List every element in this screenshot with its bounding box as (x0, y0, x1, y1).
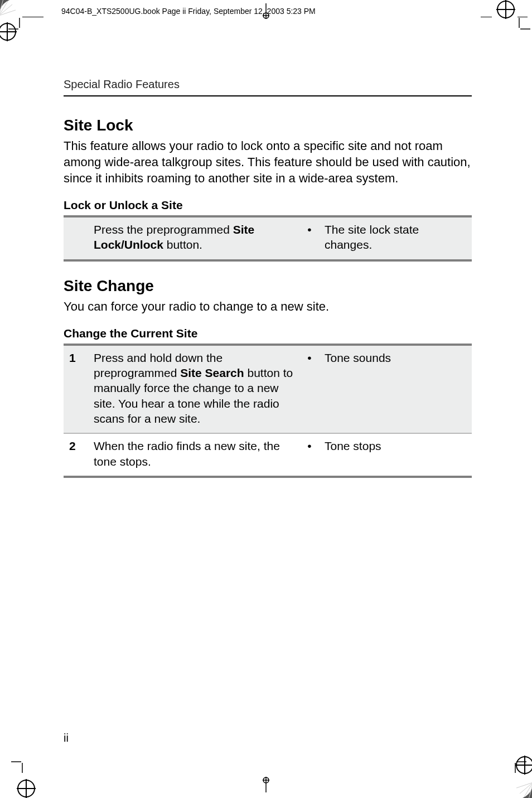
ornament-line-icon (518, 17, 528, 17)
section-body-site-lock: This feature allows your radio to lock o… (64, 138, 472, 186)
page-number: ii (64, 732, 69, 744)
step-number: 2 (64, 433, 90, 477)
step-number (64, 217, 90, 260)
crop-mark-icon (8, 18, 24, 33)
crop-mark-icon (11, 757, 27, 773)
page: 94C04-B_XTS2500UG.book Page ii Friday, S… (0, 0, 532, 798)
crop-mark-icon (255, 777, 277, 795)
procedure-table-change: 1 Press and hold down the preprogrammed … (64, 346, 472, 478)
text-bold: Site Search (180, 366, 244, 379)
section-body-site-change: You can force your radio to change to a … (64, 298, 472, 315)
section-title-site-lock: Site Lock (64, 117, 472, 134)
ornament-fan-icon (516, 782, 532, 798)
register-circle-icon (17, 779, 36, 798)
subhead-lock-unlock: Lock or Unlock a Site (64, 199, 472, 212)
step-action: When the radio finds a new site, the ton… (90, 433, 300, 477)
text: When the radio finds a new site, the ton… (94, 439, 280, 467)
running-head: Special Radio Features (64, 78, 472, 91)
section-title-site-change: Site Change (64, 277, 472, 295)
step-result: The site lock state changes. (321, 217, 472, 260)
step-number: 1 (64, 346, 90, 433)
ornament-fan-icon (0, 0, 16, 16)
step-result: Tone sounds (321, 346, 472, 433)
step-action: Press the preprogrammed Site Lock/Unlock… (90, 217, 300, 260)
bullet-icon: • (300, 217, 321, 260)
ornament-line-icon (481, 17, 492, 17)
content-column: Special Radio Features Site Lock This fe… (64, 78, 472, 494)
text: button. (163, 238, 202, 251)
register-circle-icon (496, 0, 515, 19)
crop-mark-icon (515, 18, 530, 33)
head-rule (64, 95, 472, 96)
step-result: Tone stops (321, 433, 472, 477)
ornament-line-icon (22, 17, 43, 17)
table-row: 2 When the radio finds a new site, the t… (64, 433, 472, 477)
bullet-icon: • (300, 346, 321, 433)
crop-mark-icon (511, 757, 526, 773)
table-row: 1 Press and hold down the preprogrammed … (64, 346, 472, 433)
procedure-table-lock: Press the preprogrammed Site Lock/Unlock… (64, 217, 472, 262)
bullet-icon: • (300, 433, 321, 477)
text: Press the preprogrammed (94, 223, 233, 236)
print-header-filename: 94C04-B_XTS2500UG.book Page ii Friday, S… (61, 7, 316, 16)
subhead-change-site: Change the Current Site (64, 327, 472, 340)
table-row: Press the preprogrammed Site Lock/Unlock… (64, 217, 472, 260)
step-action: Press and hold down the preprogrammed Si… (90, 346, 300, 433)
